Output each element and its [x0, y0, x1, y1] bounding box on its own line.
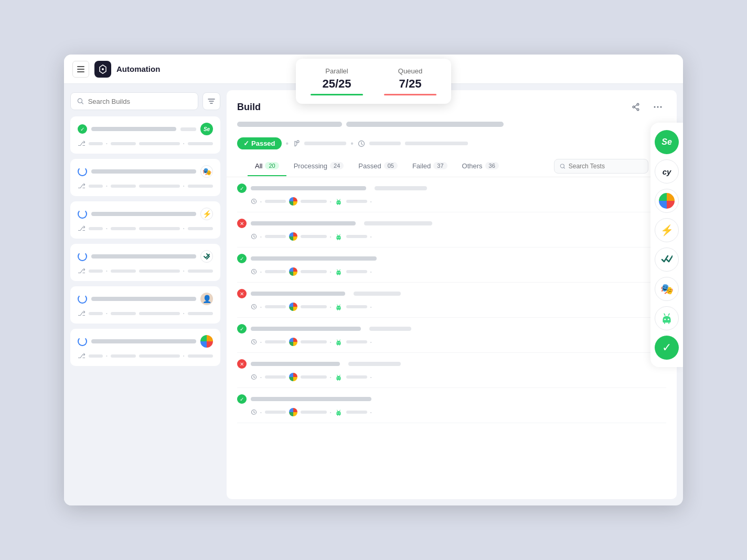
tab-passed[interactable]: Passed 05 [351, 157, 405, 176]
app-logo [94, 61, 111, 78]
menu-button[interactable] [72, 61, 89, 78]
test-title-skeleton [251, 397, 371, 401]
svg-point-21 [668, 319, 669, 320]
title-meta-skeleton [237, 122, 666, 132]
tab-others[interactable]: Others 36 [455, 157, 506, 176]
test-title-skeleton [251, 292, 345, 296]
tab-failed-label: Failed [412, 162, 431, 170]
tab-others-label: Others [462, 162, 483, 170]
sidebar: ✓ Se ⎇ • • [64, 84, 227, 505]
search-filter-row [550, 156, 666, 177]
svg-rect-1 [77, 69, 84, 70]
test-meta-row: • • • [237, 267, 666, 276]
build-card[interactable]: 👤 ⎇ • • [70, 286, 220, 324]
framework-icon-person: 👤 [200, 293, 213, 305]
tab-failed-count: 37 [433, 162, 447, 169]
search-builds-input[interactable] [88, 98, 191, 105]
filter-button[interactable] [202, 92, 220, 110]
app-title: Automation [116, 64, 160, 73]
cross-framework-icon[interactable] [655, 247, 679, 272]
parallel-value: 25/25 [322, 77, 351, 91]
status-loading-icon [78, 337, 87, 346]
content-area: Build [227, 90, 677, 499]
tab-all-count: 20 [265, 162, 279, 169]
test-title-skeleton [251, 256, 377, 261]
tab-all-label: All [255, 162, 262, 170]
selenium-framework-icon[interactable]: Se [655, 130, 679, 154]
status-loading-icon [78, 167, 87, 176]
clock-icon [251, 233, 257, 240]
parallel-bar [311, 94, 363, 95]
card-title-skeleton [91, 127, 176, 131]
test-item[interactable]: ✓ • • • [237, 388, 666, 423]
tab-processing[interactable]: Processing 24 [286, 157, 351, 176]
status-loading-icon [78, 252, 87, 261]
tabs-container: All 20 Processing 24 Passed 05 Failed [237, 156, 666, 177]
mask-framework-icon[interactable]: 🎭 [655, 277, 679, 301]
chrome-icon [289, 232, 297, 241]
chrome-icon [289, 267, 297, 276]
search-tests-bar [554, 159, 648, 174]
chrome-icon [289, 408, 297, 416]
test-status-failed: ✕ [237, 359, 247, 369]
test-item[interactable]: ✕ • • • [237, 283, 666, 318]
svg-point-3 [102, 68, 104, 70]
queued-bar [384, 94, 436, 95]
build-card[interactable]: ✓ Se ⎇ • • [70, 116, 220, 154]
card-meta: ⎇ • • [78, 139, 213, 147]
queued-status: Queued 7/25 [384, 67, 436, 95]
lightning-framework-icon[interactable]: ⚡ [655, 218, 679, 242]
test-item[interactable]: ✕ • • • [237, 212, 666, 247]
test-meta-row: • • • [237, 373, 666, 381]
queued-label: Queued [398, 67, 422, 75]
clock-icon [251, 268, 257, 275]
svg-rect-2 [77, 71, 84, 72]
test-item[interactable]: ✓ • • • [237, 177, 666, 212]
clock-icon [251, 409, 257, 415]
framework-icon-mask: 🎭 [200, 165, 213, 178]
test-status-passed: ✓ [237, 254, 247, 263]
check-framework-icon[interactable]: ✓ [655, 336, 679, 360]
build-card[interactable]: 🎭 ⎇ • • [70, 159, 220, 196]
clock-icon [251, 374, 257, 380]
check-icon: ✓ [243, 139, 249, 147]
test-item[interactable]: ✓ • • • [237, 247, 666, 283]
card-title-skeleton [91, 254, 196, 259]
tab-passed-count: 05 [384, 162, 398, 169]
main-layout: ✓ Se ⎇ • • [64, 84, 683, 505]
test-status-passed: ✓ [237, 324, 247, 333]
test-meta-row: • • • [237, 303, 666, 311]
tab-all[interactable]: All 20 [248, 157, 286, 176]
test-item[interactable]: ✕ • • • [237, 353, 666, 388]
build-status-row: ✓ Passed • • [237, 137, 666, 149]
search-icon [77, 98, 84, 105]
test-title-skeleton [251, 362, 340, 366]
search-tests-input[interactable] [569, 163, 643, 170]
build-card[interactable]: ⎇ • • [70, 329, 220, 366]
cypress-framework-icon[interactable]: cy [655, 159, 679, 184]
passed-badge: ✓ Passed [237, 137, 282, 149]
test-title-skeleton [251, 221, 356, 225]
chrome-icon [289, 303, 297, 311]
search-bar [70, 92, 198, 110]
android-framework-icon[interactable] [655, 306, 679, 330]
test-status-passed: ✓ [237, 394, 247, 404]
card-title-skeleton [91, 212, 196, 216]
android-icon [335, 338, 343, 346]
clock-icon [251, 198, 257, 204]
test-list: ✓ • • • [227, 177, 677, 499]
tabs: All 20 Processing 24 Passed 05 Failed [237, 157, 550, 176]
parallel-label: Parallel [325, 67, 348, 75]
share-button[interactable] [627, 99, 644, 115]
more-options-button[interactable] [649, 99, 666, 115]
test-item[interactable]: ✓ • • • [237, 318, 666, 353]
svg-point-8 [654, 106, 656, 108]
appium-framework-icon[interactable] [655, 189, 679, 213]
framework-icon-cross [200, 250, 213, 263]
build-card[interactable]: ⎇ • • [70, 244, 220, 281]
android-icon [335, 267, 343, 276]
test-title-skeleton [251, 327, 361, 331]
tab-failed[interactable]: Failed 37 [405, 157, 455, 176]
build-card[interactable]: ⚡ ⎇ • • [70, 201, 220, 239]
test-meta-row: • • • [237, 338, 666, 346]
